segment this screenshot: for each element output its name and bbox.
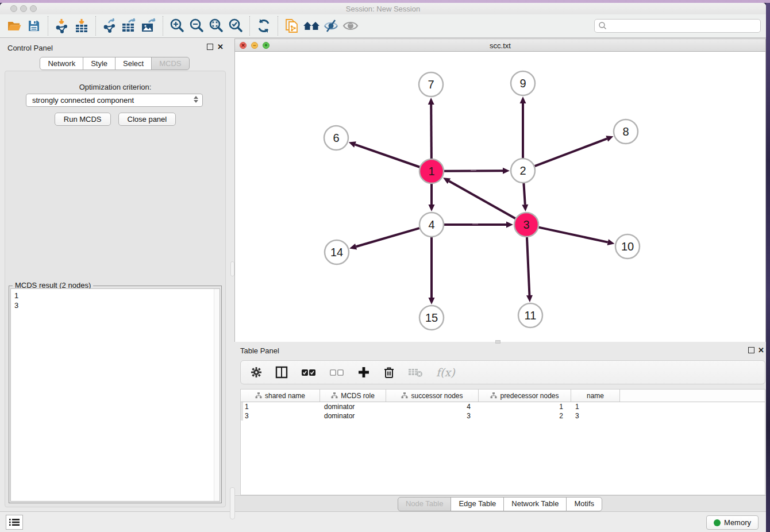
zoom-out-icon[interactable] — [187, 16, 206, 36]
table-panel-tabs: Node TableEdge TableNetwork TableMotifs — [234, 495, 766, 511]
column-header-predecessor-nodes[interactable]: predecessor nodes — [479, 390, 571, 402]
edge-arrowhead — [606, 136, 613, 141]
save-session-icon[interactable] — [24, 16, 44, 36]
tab-mcds[interactable]: MCDS — [151, 57, 189, 70]
cell-shared-name[interactable]: 1 — [241, 402, 320, 411]
column-header-name[interactable]: name — [571, 390, 620, 402]
edge-1-6[interactable] — [355, 145, 419, 167]
add-column-icon[interactable] — [357, 366, 370, 379]
cell-predecessor-nodes[interactable]: 1 — [479, 402, 571, 411]
close-table-panel-icon[interactable]: ✕ — [758, 346, 764, 354]
edge-3-1[interactable] — [449, 181, 515, 218]
edge-1-7[interactable] — [431, 105, 432, 159]
column-header-successor-nodes[interactable]: successor nodes — [386, 390, 479, 402]
tab-edge-table[interactable]: Edge Table — [451, 497, 504, 511]
edge-1-2[interactable] — [444, 171, 503, 171]
deselect-all-icon[interactable] — [329, 369, 344, 376]
cell-MCDS-role[interactable]: dominator — [320, 402, 386, 411]
table-row[interactable]: 1dominator411 — [241, 402, 765, 411]
float-panel-icon[interactable] — [207, 44, 213, 50]
table-panel-title: Table Panel — [240, 346, 279, 355]
function-builder-icon[interactable]: f(x) — [436, 366, 455, 379]
graph-node-label: 9 — [519, 77, 526, 90]
status-bar: Memory — [0, 511, 766, 532]
panel-splitter-handle[interactable] — [230, 261, 234, 276]
dropdown-arrows-icon — [194, 96, 198, 103]
open-session-icon[interactable] — [5, 16, 24, 36]
hide-selected-icon[interactable] — [321, 16, 341, 36]
mcds-tab-content: Optimization criterion: strongly connect… — [5, 71, 226, 507]
view-splitter-handle[interactable] — [495, 340, 500, 344]
zoom-fit-icon[interactable] — [206, 16, 226, 36]
edge-arrowhead — [526, 295, 533, 302]
table-row[interactable]: 3dominator323 — [241, 411, 765, 421]
list-icon — [9, 518, 20, 526]
toolbar-separator — [48, 16, 48, 36]
tab-network[interactable]: Network — [40, 57, 83, 70]
memory-button[interactable]: Memory — [706, 515, 759, 530]
settings-icon[interactable] — [251, 367, 262, 378]
graph-node-label: 10 — [621, 240, 634, 253]
first-neighbors-icon[interactable] — [302, 16, 321, 36]
cell-successor-nodes[interactable]: 4 — [386, 402, 479, 411]
edge-3-11[interactable] — [527, 237, 529, 295]
run-mcds-button[interactable]: Run MCDS — [55, 113, 111, 126]
network-window-title: scc.txt — [235, 41, 765, 50]
edge-2-3[interactable] — [523, 183, 525, 205]
export-network-icon[interactable] — [100, 16, 120, 36]
zoom-selected-icon[interactable] — [226, 16, 245, 36]
mcds-result-list[interactable]: 1 3 — [10, 288, 220, 502]
edge-2-8[interactable] — [535, 138, 607, 166]
tab-node-table[interactable]: Node Table — [398, 497, 452, 511]
tab-motifs[interactable]: Motifs — [566, 497, 602, 511]
import-network-icon[interactable] — [52, 16, 72, 36]
select-all-icon[interactable] — [301, 369, 316, 376]
network-canvas[interactable]: 7968124314101511 — [235, 52, 765, 342]
cell-MCDS-role[interactable]: dominator — [320, 411, 386, 421]
close-panel-icon[interactable]: ✕ — [217, 43, 224, 51]
graph-node-label: 4 — [428, 218, 434, 231]
table-panel: Table Panel ✕ — [234, 342, 766, 511]
node-table: shared nameMCDS rolesuccessor nodesprede… — [240, 389, 765, 495]
tab-select[interactable]: Select — [115, 57, 152, 70]
import-table-icon[interactable] — [72, 16, 91, 36]
result-scrollbar[interactable] — [214, 289, 220, 501]
table-toolbar: f(x) — [240, 360, 765, 384]
edge-arrowhead — [520, 97, 526, 103]
cell-name[interactable]: 1 — [571, 402, 620, 411]
edge-3-10[interactable] — [539, 228, 608, 242]
cell-predecessor-nodes[interactable]: 2 — [479, 411, 571, 421]
edge-arrowhead — [349, 244, 357, 250]
tab-network-table[interactable]: Network Table — [503, 497, 567, 511]
network-window-titlebar: ✕ − + scc.txt — [235, 39, 765, 52]
clone-network-icon[interactable] — [282, 16, 302, 36]
cell-successor-nodes[interactable]: 3 — [386, 411, 479, 421]
show-graphics-details-icon[interactable] — [341, 16, 360, 36]
cell-shared-name[interactable]: 3 — [241, 411, 320, 421]
toggle-column-panel-icon[interactable] — [275, 366, 288, 379]
control-panel-tabs: NetworkStyleSelectMCDS — [0, 57, 230, 70]
close-panel-button[interactable]: Close panel — [118, 113, 176, 126]
zoom-in-icon[interactable] — [167, 16, 187, 36]
edge-4-14[interactable] — [356, 228, 419, 246]
row-gutter — [241, 402, 243, 421]
search-input[interactable] — [607, 21, 760, 31]
control-panel: Control Panel ✕ NetworkStyleSelectMCDS O… — [0, 38, 230, 511]
cell-name[interactable]: 3 — [571, 411, 620, 421]
graph-node-label: 2 — [519, 164, 526, 177]
export-image-icon[interactable] — [139, 16, 159, 36]
delete-column-icon[interactable] — [383, 366, 395, 379]
float-table-panel-icon[interactable] — [748, 347, 754, 353]
edge-arrowhead — [522, 205, 528, 211]
column-header-shared-name[interactable]: shared name — [241, 390, 320, 402]
toolbar-separator — [278, 16, 278, 36]
column-header-MCDS-role[interactable]: MCDS role — [320, 390, 386, 402]
refresh-icon[interactable] — [254, 16, 274, 36]
task-history-button[interactable] — [6, 515, 23, 530]
criterion-dropdown[interactable]: strongly connected component — [26, 94, 203, 107]
export-table-icon[interactable] — [120, 16, 139, 36]
tab-style[interactable]: Style — [83, 57, 116, 70]
window-titlebar: Session: New Session — [0, 3, 766, 14]
panel-splitter-handle[interactable] — [230, 487, 235, 519]
delete-table-icon[interactable] — [408, 367, 423, 377]
